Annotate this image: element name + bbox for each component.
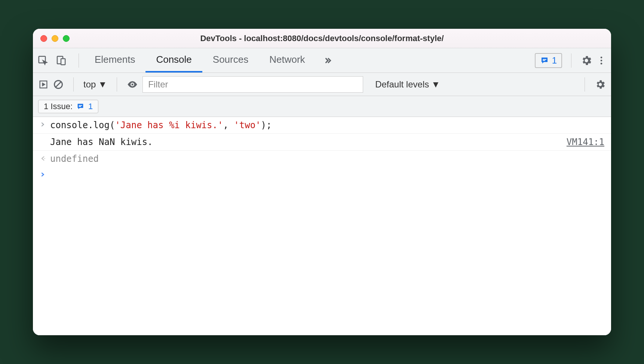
tab-elements[interactable]: Elements: [84, 48, 145, 73]
console-output: console.log('Jane has %i kiwis.', 'two')…: [33, 117, 611, 335]
window-title: DevTools - localhost:8080/docs/devtools/…: [33, 34, 611, 43]
clear-console-icon[interactable]: [53, 79, 64, 90]
prompt-chevron-icon: [40, 170, 50, 178]
issue-count: 1: [88, 102, 93, 111]
console-prompt-row[interactable]: [33, 167, 611, 181]
divider: [571, 53, 571, 68]
code-string-token: 'two': [234, 120, 261, 130]
svg-point-8: [132, 83, 134, 85]
console-settings-gear-icon[interactable]: [595, 79, 606, 90]
return-chevron-icon: [40, 154, 50, 162]
more-options-icon[interactable]: [596, 55, 607, 66]
inspect-icon[interactable]: [37, 55, 49, 66]
code-string-token: 'Jane has %i kiwis.': [115, 120, 223, 130]
devtools-window: DevTools - localhost:8080/docs/devtools/…: [33, 29, 611, 335]
svg-point-5: [601, 62, 602, 64]
main-tabbar: Elements Console Sources Network 1: [33, 48, 611, 73]
code-token: ,: [223, 120, 234, 130]
console-output-row: Jane has NaN kiwis. VM141:1: [33, 134, 611, 151]
divider: [73, 77, 74, 92]
tab-network[interactable]: Network: [259, 48, 315, 73]
code-token: console.log(: [50, 120, 115, 130]
device-toggle-icon[interactable]: [55, 55, 67, 66]
tab-console[interactable]: Console: [145, 48, 202, 73]
output-gutter: [40, 137, 50, 138]
issues-bar: 1 Issue: 1: [33, 96, 611, 117]
tab-sources[interactable]: Sources: [202, 48, 259, 73]
divider: [79, 53, 79, 68]
divider: [585, 77, 585, 92]
console-input-code: console.log('Jane has %i kiwis.', 'two')…: [50, 120, 604, 130]
titlebar: DevTools - localhost:8080/docs/devtools/…: [33, 29, 611, 48]
source-link[interactable]: VM141:1: [567, 137, 604, 147]
context-selector[interactable]: top ▼: [83, 79, 107, 90]
zoom-button[interactable]: [63, 35, 70, 42]
toggle-drawer-icon[interactable]: [38, 79, 49, 90]
code-token: );: [261, 120, 272, 130]
issues-count: 1: [552, 55, 557, 66]
context-label: top: [83, 79, 96, 90]
divider: [117, 77, 117, 92]
message-icon: [540, 56, 549, 65]
console-input-row: console.log('Jane has %i kiwis.', 'two')…: [33, 117, 611, 134]
log-levels-selector[interactable]: Default levels ▼: [375, 79, 440, 90]
issue-label: 1 Issue:: [44, 102, 73, 111]
panel-tabs: Elements Console Sources Network: [84, 48, 340, 73]
issue-chip[interactable]: 1 Issue: 1: [38, 100, 98, 113]
live-expression-icon[interactable]: [127, 79, 138, 90]
console-return-row: undefined: [33, 151, 611, 167]
close-button[interactable]: [40, 35, 47, 42]
input-chevron-icon: [40, 120, 50, 127]
minimize-button[interactable]: [52, 35, 58, 42]
console-return-value: undefined: [50, 154, 604, 164]
traffic-lights: [40, 35, 70, 42]
more-tabs-button[interactable]: [316, 48, 340, 73]
svg-rect-2: [61, 59, 65, 65]
issues-badge[interactable]: 1: [535, 53, 562, 68]
console-toolbar: top ▼ Default levels ▼: [33, 73, 611, 96]
svg-point-4: [601, 59, 602, 61]
svg-point-9: [44, 158, 45, 159]
console-output-text: Jane has NaN kiwis.: [50, 137, 567, 147]
chevron-down-icon: ▼: [98, 79, 107, 90]
chevron-down-icon: ▼: [431, 79, 440, 90]
levels-label: Default levels: [375, 79, 429, 90]
message-icon: [76, 102, 85, 111]
svg-point-3: [601, 56, 602, 58]
settings-gear-icon[interactable]: [580, 55, 592, 67]
filter-input[interactable]: [142, 76, 363, 93]
